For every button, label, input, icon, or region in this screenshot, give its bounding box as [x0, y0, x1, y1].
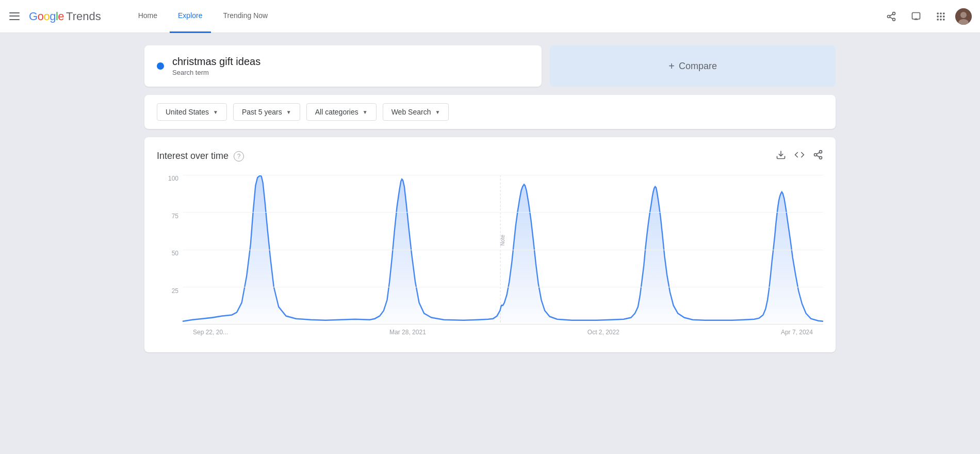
- time-range-filter[interactable]: Past 5 years ▼: [233, 103, 300, 121]
- x-axis: Sep 22, 20... Mar 28, 2021 Oct 2, 2022 A…: [183, 325, 823, 340]
- svg-line-25: [816, 152, 820, 154]
- nav-trending-now[interactable]: Trending Now: [215, 0, 276, 33]
- category-label: All categories: [315, 108, 358, 116]
- region-filter[interactable]: United States ▼: [157, 103, 227, 121]
- chart-header: Interest over time ?: [157, 150, 823, 163]
- grid-line-100: [183, 175, 823, 175]
- grid-line-25: [183, 287, 823, 287]
- search-type-dropdown-arrow: ▼: [435, 109, 440, 115]
- note-label: Note: [500, 235, 505, 246]
- x-label-3: Oct 2, 2022: [587, 329, 619, 336]
- svg-rect-12: [940, 15, 941, 17]
- share-button[interactable]: [881, 6, 902, 27]
- svg-line-3: [890, 17, 893, 19]
- svg-rect-15: [940, 19, 941, 20]
- y-label-100: 100: [168, 175, 178, 182]
- search-dot: [157, 62, 164, 70]
- feedback-button[interactable]: [906, 6, 926, 27]
- search-type-label: Web Search: [391, 108, 431, 116]
- chart-title: Interest over time: [157, 151, 228, 161]
- category-dropdown-arrow: ▼: [363, 109, 368, 115]
- embed-button[interactable]: [794, 150, 805, 163]
- main-nav: Home Explore Trending Now: [130, 0, 276, 33]
- svg-rect-13: [943, 15, 944, 17]
- chart-area: 100 75 50 25 Note: [157, 175, 823, 340]
- chart-inner: Note: [183, 175, 823, 325]
- svg-rect-8: [937, 12, 939, 14]
- svg-rect-9: [940, 12, 941, 14]
- svg-point-1: [888, 15, 890, 18]
- y-label-75: 75: [172, 213, 178, 220]
- time-dropdown-arrow: ▼: [286, 109, 291, 115]
- compare-plus-icon: +: [668, 60, 675, 72]
- search-type-filter[interactable]: Web Search ▼: [383, 103, 449, 121]
- search-type: Search term: [172, 69, 529, 76]
- region-dropdown-arrow: ▼: [213, 109, 218, 115]
- help-icon[interactable]: ?: [234, 151, 244, 161]
- grid-lines: [183, 175, 823, 324]
- nav-home[interactable]: Home: [130, 0, 166, 33]
- avatar[interactable]: [955, 8, 972, 25]
- grid-line-75: [183, 212, 823, 213]
- svg-line-4: [890, 14, 893, 15]
- search-box: christmas gift ideas Search term: [144, 45, 542, 87]
- search-term: christmas gift ideas: [172, 56, 529, 68]
- svg-rect-14: [937, 19, 939, 20]
- svg-point-23: [820, 156, 822, 159]
- svg-rect-10: [943, 12, 944, 14]
- main-content: christmas gift ideas Search term + Compa…: [0, 33, 980, 365]
- svg-point-2: [893, 18, 895, 21]
- chart-card: Interest over time ?: [144, 137, 836, 352]
- x-label-2: Mar 28, 2021: [389, 329, 426, 336]
- svg-point-18: [960, 12, 967, 18]
- time-range-label: Past 5 years: [242, 108, 282, 116]
- chart-title-group: Interest over time ?: [157, 151, 244, 161]
- download-button[interactable]: [776, 150, 786, 163]
- share-chart-button[interactable]: [813, 150, 823, 163]
- header: Google Trends Home Explore Trending Now: [0, 0, 980, 33]
- y-label-50: 50: [172, 250, 178, 257]
- search-section: christmas gift ideas Search term + Compa…: [144, 45, 836, 87]
- chart-actions: [776, 150, 823, 163]
- header-left: Google Trends Home Explore Trending Now: [8, 0, 881, 33]
- search-term-info: christmas gift ideas Search term: [172, 56, 529, 76]
- filter-bar: United States ▼ Past 5 years ▼ All categ…: [144, 95, 836, 129]
- category-filter[interactable]: All categories ▼: [306, 103, 377, 121]
- menu-icon[interactable]: [8, 10, 21, 23]
- svg-point-21: [820, 151, 822, 153]
- header-right: [881, 6, 972, 27]
- svg-point-22: [814, 154, 817, 156]
- trends-label: Trends: [66, 10, 101, 23]
- nav-explore[interactable]: Explore: [170, 0, 210, 33]
- svg-rect-11: [937, 15, 939, 17]
- logo[interactable]: Google Trends: [29, 10, 101, 23]
- compare-box[interactable]: + Compare: [550, 45, 836, 87]
- svg-rect-5: [912, 12, 920, 19]
- y-label-25: 25: [172, 287, 178, 295]
- google-logo-text: Google: [29, 10, 64, 23]
- svg-line-24: [816, 155, 820, 157]
- compare-label: Compare: [679, 61, 717, 72]
- region-label: United States: [166, 108, 209, 116]
- apps-icon[interactable]: [930, 6, 951, 27]
- grid-line-50: [183, 250, 823, 250]
- svg-rect-16: [943, 19, 944, 20]
- x-label-1: Sep 22, 20...: [193, 329, 228, 336]
- y-axis: 100 75 50 25: [157, 175, 183, 325]
- svg-point-0: [893, 12, 895, 14]
- x-label-4: Apr 7, 2024: [781, 329, 813, 336]
